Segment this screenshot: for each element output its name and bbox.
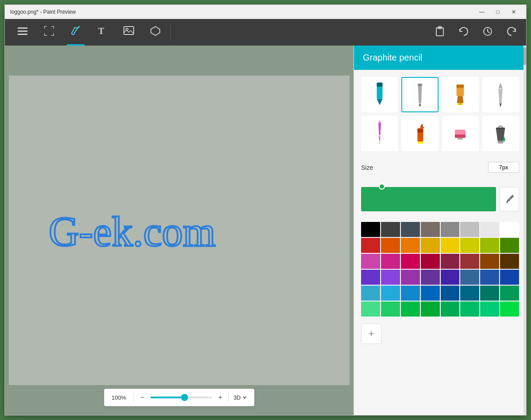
color-cell-23[interactable] xyxy=(500,254,519,269)
color-cell-17[interactable] xyxy=(381,254,400,269)
color-cell-13[interactable] xyxy=(460,238,479,253)
color-cell-32[interactable] xyxy=(361,286,380,301)
color-cell-5[interactable] xyxy=(460,222,479,237)
color-cell-34[interactable] xyxy=(401,286,420,301)
svg-text:G-ek.com: G-ek.com xyxy=(49,208,215,255)
add-color-section: + xyxy=(354,320,526,347)
brush-item-fill[interactable] xyxy=(442,77,479,112)
color-cell-0[interactable] xyxy=(361,222,380,237)
color-cell-19[interactable] xyxy=(421,254,440,269)
color-cell-15[interactable] xyxy=(500,238,519,253)
history-button[interactable] xyxy=(477,22,498,42)
color-cell-10[interactable] xyxy=(401,238,420,253)
canvas-surface[interactable]: G-ek.com xyxy=(9,76,350,385)
brush-icon xyxy=(70,26,81,39)
color-cell-9[interactable] xyxy=(381,238,400,253)
palette-grid xyxy=(361,222,519,317)
brush-item-bucket[interactable] xyxy=(482,116,519,151)
color-cell-22[interactable] xyxy=(480,254,499,269)
color-cell-20[interactable] xyxy=(441,254,460,269)
toolbar-divider xyxy=(170,23,171,41)
panel-header: Graphite pencil xyxy=(354,46,526,70)
color-cell-45[interactable] xyxy=(460,302,479,317)
color-cell-43[interactable] xyxy=(421,302,440,317)
color-cell-35[interactable] xyxy=(421,286,440,301)
color-cell-2[interactable] xyxy=(401,222,420,237)
scrollbar-track[interactable] xyxy=(523,46,526,415)
color-cell-8[interactable] xyxy=(361,238,380,253)
svg-rect-40 xyxy=(455,134,466,137)
color-cell-42[interactable] xyxy=(401,302,420,317)
maximize-button[interactable]: □ xyxy=(491,7,505,17)
color-cell-25[interactable] xyxy=(381,270,400,285)
image-button[interactable] xyxy=(115,19,142,46)
brush-item-eraser[interactable] xyxy=(442,116,479,151)
color-cell-6[interactable] xyxy=(480,222,499,237)
color-cell-7[interactable] xyxy=(500,222,519,237)
brush-item-color-pencil[interactable] xyxy=(361,116,398,151)
color-cell-27[interactable] xyxy=(421,270,440,285)
shape-button[interactable] xyxy=(142,19,169,46)
close-button[interactable]: ✕ xyxy=(507,7,521,17)
size-input[interactable] xyxy=(488,162,519,173)
color-cell-4[interactable] xyxy=(441,222,460,237)
brush-grid xyxy=(354,70,526,158)
brush-item-pen[interactable] xyxy=(482,77,519,112)
svg-marker-22 xyxy=(457,96,464,103)
color-cell-38[interactable] xyxy=(480,286,499,301)
svg-point-37 xyxy=(422,126,424,128)
eyedropper-icon xyxy=(504,195,514,204)
zoom-minus-button[interactable]: − xyxy=(139,393,146,401)
paste-button[interactable] xyxy=(430,22,450,42)
brush-item-spray[interactable] xyxy=(401,116,438,151)
brush-button[interactable] xyxy=(62,19,89,46)
color-cell-24[interactable] xyxy=(361,270,380,285)
zoom-divider xyxy=(134,393,134,402)
minimize-button[interactable]: — xyxy=(475,7,489,17)
color-cell-33[interactable] xyxy=(381,286,400,301)
canvas-area[interactable]: G-ek.com 100% − + 3D xyxy=(5,46,354,415)
color-cell-11[interactable] xyxy=(421,238,440,253)
color-cell-41[interactable] xyxy=(381,302,400,317)
color-cell-18[interactable] xyxy=(401,254,420,269)
redo-button[interactable] xyxy=(501,22,522,42)
drawing-canvas[interactable]: G-ek.com xyxy=(35,202,323,259)
color-cell-47[interactable] xyxy=(500,302,519,317)
scrollbar-thumb[interactable] xyxy=(523,47,526,65)
active-color-display[interactable] xyxy=(361,187,496,211)
color-cell-30[interactable] xyxy=(480,270,499,285)
color-cell-1[interactable] xyxy=(381,222,400,237)
color-cell-31[interactable] xyxy=(500,270,519,285)
svg-marker-28 xyxy=(378,122,381,141)
color-cell-36[interactable] xyxy=(441,286,460,301)
zoom-slider-track[interactable] xyxy=(150,397,212,398)
color-cell-37[interactable] xyxy=(460,286,479,301)
color-cell-14[interactable] xyxy=(480,238,499,253)
svg-rect-32 xyxy=(378,135,381,137)
brush-item-pencil[interactable] xyxy=(401,77,438,112)
color-cell-28[interactable] xyxy=(441,270,460,285)
color-cell-46[interactable] xyxy=(480,302,499,317)
color-cell-39[interactable] xyxy=(500,286,519,301)
color-cell-44[interactable] xyxy=(441,302,460,317)
color-cell-40[interactable] xyxy=(361,302,380,317)
color-cell-12[interactable] xyxy=(441,238,460,253)
color-cell-29[interactable] xyxy=(460,270,479,285)
zoom-slider-thumb[interactable] xyxy=(181,394,188,401)
undo-button[interactable] xyxy=(454,22,474,42)
fullscreen-button[interactable] xyxy=(36,19,62,46)
color-cell-21[interactable] xyxy=(460,254,479,269)
text-button[interactable]: T xyxy=(89,19,115,46)
color-cell-3[interactable] xyxy=(421,222,440,237)
color-cell-16[interactable] xyxy=(361,254,380,269)
text-icon: T xyxy=(97,26,107,38)
pencil-brush-icon xyxy=(409,80,431,109)
zoom-plus-button[interactable]: + xyxy=(216,393,224,401)
svg-rect-23 xyxy=(458,103,463,105)
eyedropper-button[interactable] xyxy=(500,187,519,211)
menu-button[interactable] xyxy=(9,19,36,46)
brush-item-marker[interactable] xyxy=(361,77,398,112)
color-cell-26[interactable] xyxy=(401,270,420,285)
add-color-button[interactable]: + xyxy=(361,324,381,344)
zoom-3d-button[interactable]: 3D xyxy=(233,394,247,401)
